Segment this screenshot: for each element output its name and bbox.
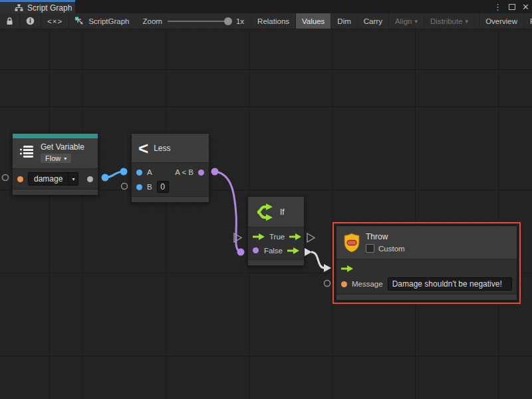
fullscreen-button[interactable]: Full Screen bbox=[524, 13, 532, 29]
true-label: True bbox=[269, 233, 285, 241]
zoom-label: Zoom bbox=[143, 17, 162, 25]
node-title: Get Variable bbox=[41, 142, 84, 152]
true-out-port[interactable] bbox=[289, 233, 301, 240]
graph-toolbar: <×> ScriptGraph Zoom 1x Relations Values… bbox=[0, 13, 532, 29]
value-output-port[interactable] bbox=[87, 176, 93, 182]
exception-shield-icon bbox=[343, 233, 360, 253]
flow-in-port[interactable] bbox=[253, 233, 265, 240]
input-a-port[interactable] bbox=[136, 170, 142, 176]
flow-in-port[interactable] bbox=[341, 265, 353, 272]
zoom-control: Zoom 1x bbox=[136, 13, 251, 29]
node-footer bbox=[132, 196, 209, 202]
condition-port[interactable] bbox=[253, 247, 259, 253]
carry-button[interactable]: Carry bbox=[358, 13, 389, 29]
zoom-slider-knob[interactable] bbox=[224, 17, 232, 25]
node-title: If bbox=[280, 207, 285, 217]
false-out-port[interactable] bbox=[287, 247, 299, 254]
chevron-down-icon: ▾ bbox=[415, 18, 418, 25]
node-title: Throw bbox=[366, 232, 405, 241]
tab-script-graph[interactable]: Script Graph bbox=[0, 0, 75, 13]
node-if[interactable]: If True False bbox=[247, 196, 305, 266]
custom-label: Custom bbox=[378, 245, 405, 253]
chevron-down-icon: ▾ bbox=[466, 18, 469, 25]
zoom-slider[interactable] bbox=[168, 21, 231, 22]
lock-icon bbox=[6, 17, 13, 25]
close-button[interactable]: ✕ bbox=[522, 2, 529, 12]
window-menu-button[interactable]: ⋮ bbox=[493, 2, 502, 12]
custom-checkbox[interactable] bbox=[366, 244, 374, 253]
false-label: False bbox=[264, 247, 283, 255]
graph-name-label: ScriptGraph bbox=[88, 17, 129, 25]
node-title: Less bbox=[154, 144, 170, 153]
graph-hierarchy-icon bbox=[15, 4, 23, 11]
input-b-value-field[interactable] bbox=[157, 181, 169, 193]
input-a-label: A bbox=[147, 168, 152, 176]
script-graph-icon bbox=[74, 17, 84, 26]
branch-icon bbox=[255, 203, 275, 221]
message-value-field[interactable] bbox=[388, 277, 512, 291]
node-throw[interactable]: Throw Custom Message bbox=[336, 225, 517, 301]
variable-name-port[interactable] bbox=[17, 176, 23, 182]
variable-name-dropdown[interactable]: damage ▾ bbox=[28, 172, 78, 186]
zoom-value: 1x bbox=[236, 17, 244, 25]
overview-button[interactable]: Overview bbox=[479, 13, 524, 29]
variable-kind-dropdown[interactable]: Flow ▾ bbox=[41, 154, 71, 163]
result-output-port[interactable] bbox=[198, 170, 204, 176]
align-button[interactable]: Align ▾ bbox=[389, 13, 424, 29]
variable-kind-colorbar bbox=[13, 134, 98, 138]
tab-title: Script Graph bbox=[27, 3, 72, 13]
input-b-label: B bbox=[147, 183, 152, 191]
node-footer bbox=[336, 294, 517, 300]
graph-title-area: ScriptGraph bbox=[69, 13, 136, 29]
less-icon: < bbox=[138, 140, 148, 157]
info-button[interactable] bbox=[20, 13, 41, 29]
lock-button[interactable] bbox=[0, 13, 20, 29]
dim-button[interactable]: Dim bbox=[331, 13, 357, 29]
info-icon bbox=[26, 17, 35, 25]
values-button[interactable]: Values bbox=[296, 13, 331, 29]
window-tab-bar: Script Graph ⋮ ✕ bbox=[0, 0, 532, 13]
node-get-variable[interactable]: Get Variable Flow ▾ damage ▾ bbox=[12, 133, 98, 196]
node-footer bbox=[13, 189, 98, 195]
relations-button[interactable]: Relations bbox=[251, 13, 296, 29]
output-label: A < B bbox=[175, 168, 194, 176]
maximize-button[interactable] bbox=[509, 4, 515, 10]
node-less[interactable]: < Less A A < B B bbox=[131, 133, 209, 203]
edit-source-button[interactable]: <×> bbox=[41, 13, 69, 29]
node-footer bbox=[248, 259, 304, 265]
message-port[interactable] bbox=[341, 281, 347, 287]
input-b-port[interactable] bbox=[136, 184, 142, 190]
variable-icon bbox=[19, 144, 35, 159]
distribute-button[interactable]: Distribute ▾ bbox=[424, 13, 475, 29]
chevron-down-icon: ▾ bbox=[64, 156, 66, 162]
message-label: Message bbox=[352, 280, 383, 288]
chevron-down-icon: ▾ bbox=[68, 173, 78, 185]
code-icon: <×> bbox=[47, 17, 63, 25]
